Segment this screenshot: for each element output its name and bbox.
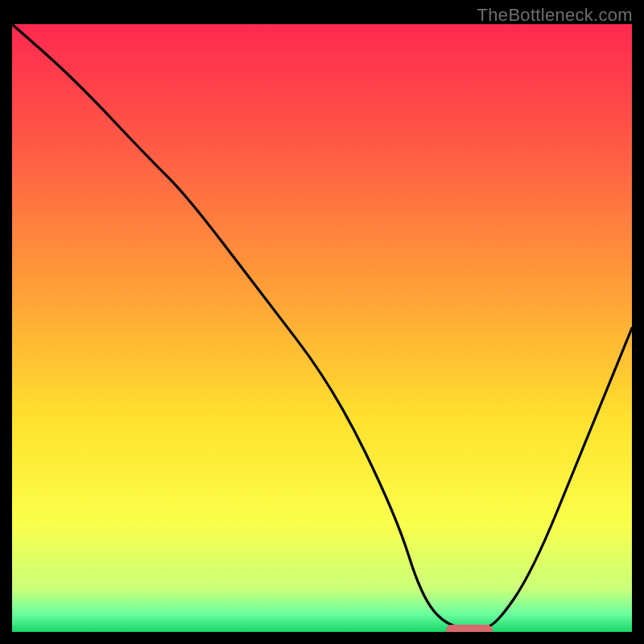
optimal-marker <box>446 625 493 632</box>
plot-area <box>12 24 632 632</box>
curve-layer <box>12 24 632 632</box>
bottleneck-curve <box>12 24 632 628</box>
bottleneck-chart: TheBottleneck.com <box>0 0 644 644</box>
watermark-text: TheBottleneck.com <box>477 5 633 26</box>
